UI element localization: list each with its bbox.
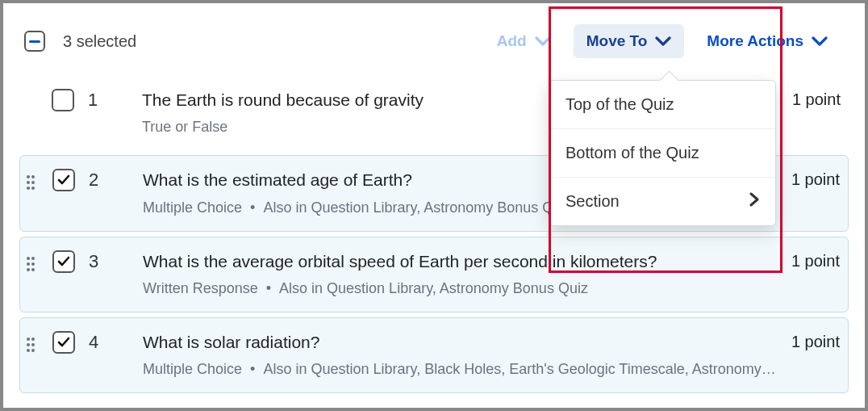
row-number: 1 [74, 90, 111, 111]
svg-point-22 [27, 349, 30, 352]
question-extra: Also in Question Library, Astronomy Bonu… [263, 199, 572, 216]
chevron-down-icon [812, 36, 828, 47]
svg-point-17 [31, 268, 35, 271]
indeterminate-icon [29, 40, 40, 43]
row-number: 4 [75, 332, 112, 353]
drag-handle-icon[interactable] [25, 336, 41, 354]
row-checkbox[interactable] [52, 89, 74, 111]
row-checkbox[interactable] [52, 169, 75, 191]
move-to-label: Move To [586, 32, 648, 50]
menu-label: Top of the Quiz [565, 95, 674, 114]
menu-label: Bottom of the Quiz [565, 144, 699, 162]
selected-count: 3 selected [63, 32, 136, 51]
row-checkbox[interactable] [52, 250, 75, 273]
row-number: 2 [75, 170, 112, 191]
question-type: Multiple Choice [143, 361, 242, 377]
question-extra: Also in Question Library, Black Holes, E… [263, 361, 777, 377]
question-title: What is solar radiation? [143, 331, 777, 353]
more-actions-label: More Actions [707, 32, 803, 50]
question-row[interactable]: 4 What is solar radiation? Multiple Choi… [19, 317, 849, 393]
svg-point-7 [31, 175, 35, 178]
row-checkbox[interactable] [52, 331, 75, 354]
move-to-bottom[interactable]: Bottom of the Quiz [549, 128, 775, 177]
question-title: What is the average orbital speed of Ear… [143, 250, 777, 272]
question-points: 1 point [792, 90, 841, 109]
svg-point-19 [31, 338, 35, 341]
row-number: 3 [75, 251, 112, 272]
chevron-down-icon [535, 36, 551, 47]
add-button[interactable]: Add [484, 24, 564, 58]
svg-point-16 [27, 268, 30, 271]
question-points: 1 point [791, 170, 840, 189]
select-all-checkbox[interactable] [24, 31, 45, 52]
move-to-button[interactable]: Move To [574, 24, 685, 58]
move-to-top[interactable]: Top of the Quiz [549, 81, 775, 128]
svg-point-6 [27, 175, 30, 178]
svg-point-8 [27, 181, 30, 184]
svg-point-15 [31, 262, 35, 266]
drag-handle-icon[interactable] [25, 174, 41, 191]
question-type: Written Response [143, 280, 258, 296]
chevron-down-icon [655, 36, 671, 47]
svg-point-20 [27, 343, 30, 346]
menu-label: Section [565, 192, 620, 211]
svg-point-9 [31, 181, 35, 184]
svg-point-23 [31, 349, 35, 352]
add-label: Add [497, 32, 527, 50]
question-meta: Multiple Choice•Also in Question Library… [143, 361, 777, 378]
svg-point-13 [31, 257, 35, 260]
question-extra: Also in Question Library, Astronomy Bonu… [279, 280, 588, 296]
svg-point-14 [27, 262, 30, 266]
question-points: 1 point [791, 333, 840, 351]
move-to-section[interactable]: Section [549, 177, 775, 225]
question-type: True or False [142, 119, 227, 135]
svg-point-10 [27, 187, 30, 190]
svg-point-21 [31, 343, 35, 346]
chevron-right-icon [749, 192, 759, 211]
question-row[interactable]: 3 What is the average orbital speed of E… [19, 237, 849, 312]
svg-point-18 [27, 338, 30, 341]
svg-point-12 [27, 257, 30, 260]
drag-handle-icon[interactable] [25, 255, 41, 273]
question-meta: Written Response•Also in Question Librar… [143, 280, 777, 297]
question-type: Multiple Choice [143, 199, 242, 216]
toolbar: 3 selected Add Move To More Actions [19, 24, 849, 76]
question-points: 1 point [791, 252, 840, 271]
svg-point-11 [31, 187, 35, 190]
more-actions-button[interactable]: More Actions [694, 24, 841, 58]
move-to-menu: Top of the Quiz Bottom of the Quiz Secti… [549, 80, 776, 226]
